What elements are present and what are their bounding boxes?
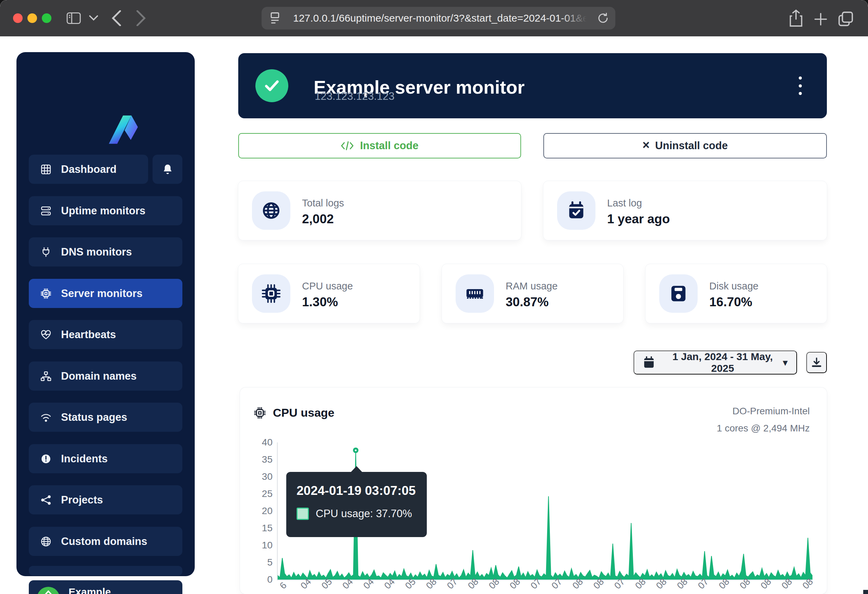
heart-pulse-icon <box>40 329 52 341</box>
ram-icon <box>456 274 494 313</box>
sidebar-item-uptime-monitors[interactable]: Uptime monitors <box>29 196 182 225</box>
bell-icon <box>162 164 173 175</box>
chevron-down-icon: ▾ <box>783 358 787 368</box>
stat-label: Last log <box>607 198 642 209</box>
calendar-check-icon <box>557 191 595 230</box>
sidebar-item-dashboard[interactable]: Dashboard <box>29 155 148 184</box>
stat-value: 30.87% <box>506 295 549 309</box>
cpu-usage-chart-card: CPU usage DO-Premium-Intel 1 cores @ 2,4… <box>240 387 827 594</box>
url-text: 127.0.0.1/66uptime/server-monitor/3?&sta… <box>293 12 591 24</box>
stat-value: 1 year ago <box>607 212 670 226</box>
sidebar-item-label: Domain names <box>61 370 137 383</box>
share-nodes-icon <box>40 494 52 506</box>
sidebar-item-label: Status pages <box>61 411 127 424</box>
window-close-button[interactable] <box>13 13 23 23</box>
cpu-chip-icon <box>254 407 266 419</box>
sidebar-item-label: Uptime monitors <box>61 205 145 217</box>
sidebar-item-domain-names[interactable]: Domain names <box>29 362 182 391</box>
stat-value: 1.30% <box>302 295 338 309</box>
x-axis-line <box>278 579 812 580</box>
window-zoom-button[interactable] <box>42 13 52 23</box>
app-window: 127.0.0.1/66uptime/server-monitor/3?&sta… <box>0 0 868 594</box>
chip-icon <box>40 288 52 299</box>
series-swatch <box>297 508 309 520</box>
cpu-cores-label: 1 cores @ 2,494 MHz <box>717 420 810 437</box>
wifi-icon <box>40 412 52 423</box>
sidebar-item-server-monitors[interactable]: Server monitors <box>29 279 182 308</box>
window-minimize-button[interactable] <box>27 13 37 23</box>
sidebar: Dashboard Uptime monitors <box>16 52 195 576</box>
date-range-label: 1 Jan, 2024 - 31 May, 2025 <box>662 351 783 374</box>
stat-card-cpu: CPU usage 1.30% <box>238 264 419 323</box>
sidebar-item-label: Projects <box>61 494 103 506</box>
address-bar[interactable]: 127.0.0.1/66uptime/server-monitor/3?&sta… <box>261 7 616 30</box>
sidebar-item-label: Heartbeats <box>61 328 116 341</box>
sidebar-item-heartbeats[interactable]: Heartbeats <box>29 320 182 349</box>
sidebar-item-dns-monitors[interactable]: DNS monitors <box>29 237 182 266</box>
date-range-button[interactable]: 1 Jan, 2024 - 31 May, 2025 ▾ <box>633 350 797 374</box>
sidebar-item-status-pages[interactable]: Status pages <box>29 403 182 432</box>
code-icon <box>341 140 354 151</box>
close-icon: × <box>642 139 650 151</box>
reader-view-icon[interactable] <box>269 11 281 25</box>
sidebar-item-label: DNS monitors <box>61 246 132 258</box>
stat-card-ram: RAM usage 30.87% <box>442 264 623 323</box>
sidebar-item-clipped[interactable] <box>29 566 182 575</box>
back-button[interactable] <box>111 10 122 26</box>
sidebar-item-label: Incidents <box>61 453 108 465</box>
stat-card-last-log: Last log 1 year ago <box>543 181 827 240</box>
monitor-header-card: Example server monitor 123.123.123.123 <box>238 53 827 118</box>
server-stack-icon <box>40 205 52 217</box>
forward-button[interactable] <box>136 10 146 26</box>
sidebar-item-custom-domains[interactable]: Custom domains <box>29 527 182 556</box>
download-button[interactable] <box>806 352 827 373</box>
download-icon <box>811 357 822 368</box>
tab-overview-icon[interactable] <box>837 10 854 27</box>
sidebar-chevron-down-icon[interactable] <box>89 15 98 21</box>
plug-icon <box>40 246 52 258</box>
stat-value: 16.70% <box>709 295 753 309</box>
sidebar-item-incidents[interactable]: Incidents <box>29 444 182 473</box>
chart-tooltip: 2024-01-19 03:07:05 CPU usage: 37.70% <box>286 472 427 537</box>
chart-title: CPU usage <box>273 406 335 420</box>
share-icon[interactable] <box>788 9 803 27</box>
stat-card-disk: Disk usage 16.70% <box>645 264 827 323</box>
reload-icon[interactable] <box>597 12 609 24</box>
stat-label: CPU usage <box>302 281 353 292</box>
browser-toolbar: 127.0.0.1/66uptime/server-monitor/3?&sta… <box>0 0 868 36</box>
globe-icon <box>252 191 290 230</box>
server-plan-label: DO-Premium-Intel <box>717 403 810 420</box>
tooltip-timestamp: 2024-01-19 03:07:05 <box>297 483 416 498</box>
sidebar-item-label: Custom domains <box>61 535 147 548</box>
stat-value: 2,002 <box>302 212 334 226</box>
kebab-menu-button[interactable] <box>793 74 807 97</box>
app-logo <box>106 114 139 145</box>
url-fade <box>562 8 593 28</box>
globe-icon <box>40 536 52 547</box>
monitor-ip: 123.123.123.123 <box>315 90 394 102</box>
status-check-icon <box>255 69 288 102</box>
disk-icon <box>659 274 698 313</box>
stat-label: Disk usage <box>709 281 758 292</box>
sidebar-item-label: Server monitors <box>61 287 143 300</box>
sitemap-icon <box>40 370 52 382</box>
sidebar-item-projects[interactable]: Projects <box>29 485 182 514</box>
grid-icon <box>40 164 52 175</box>
stat-label: Total logs <box>302 198 344 209</box>
x-axis-labels: 6040504040405080708080807070808070808080… <box>278 584 812 594</box>
install-code-button[interactable]: Install code <box>238 133 521 158</box>
avatar <box>37 587 60 594</box>
calendar-icon <box>643 356 655 369</box>
uninstall-code-button[interactable]: × Uninstall code <box>543 133 827 158</box>
sidebar-toggle-icon[interactable] <box>66 11 81 25</box>
sidebar-item-label: Dashboard <box>61 163 117 176</box>
alert-circle-icon <box>40 453 52 465</box>
notifications-button[interactable] <box>152 155 182 184</box>
account-name: Example <box>69 586 159 594</box>
tooltip-value: CPU usage: 37.70% <box>316 508 412 520</box>
clipped-corner-artifact <box>863 590 868 594</box>
cpu-icon <box>252 274 290 313</box>
stat-card-total-logs: Total logs 2,002 <box>238 181 521 240</box>
new-tab-icon[interactable] <box>813 12 828 27</box>
account-card[interactable]: Example sample@example.com <box>29 580 182 594</box>
